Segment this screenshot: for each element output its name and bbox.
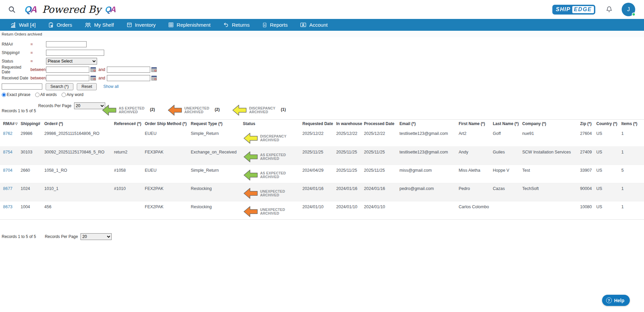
received-date-operator: between: [30, 76, 46, 80]
status-select[interactable]: Please Select: [46, 58, 97, 65]
cell-last-name: Guiles: [493, 146, 522, 165]
cell-rma: 8754: [0, 146, 21, 165]
user-avatar[interactable]: J: [622, 3, 635, 16]
column-header[interactable]: Email (*): [399, 120, 459, 128]
match-option-radio[interactable]: [62, 93, 66, 97]
table-body: 87622998629986_20251115164806_ROEUEUSimp…: [0, 128, 644, 219]
rma-link[interactable]: 8762: [3, 131, 13, 136]
nav-item-label: My Shelf: [94, 22, 114, 28]
cell-requested: 2024/04/29: [302, 165, 336, 183]
column-header[interactable]: Country (*): [596, 120, 621, 128]
rma-link[interactable]: 8754: [3, 150, 13, 154]
records-per-page-label-bottom: Records Per Page: [45, 234, 78, 239]
cell-processed: 2024/01/16: [364, 183, 399, 201]
requested-date-to-input[interactable]: [107, 67, 150, 73]
shipping-input[interactable]: [46, 50, 104, 56]
rma-operator: =: [30, 42, 46, 47]
calendar-icon[interactable]: [90, 75, 96, 81]
nav-item-replenishment[interactable]: Replenishment: [168, 22, 210, 28]
rma-link[interactable]: 8673: [3, 205, 13, 209]
column-header[interactable]: Shipping#: [21, 120, 44, 128]
received-date-from-input[interactable]: [46, 75, 89, 81]
column-header[interactable]: RMA#▽: [0, 120, 21, 128]
rma-link[interactable]: 8677: [3, 186, 13, 191]
cell-status: UNEXPECTEDARCHIVED: [243, 183, 302, 201]
nav-item-label: Orders: [56, 22, 72, 28]
column-header[interactable]: Status: [243, 120, 302, 128]
help-button[interactable]: ? Help: [602, 295, 630, 306]
question-mark-icon: ?: [606, 297, 612, 303]
notifications-bell-icon[interactable]: [605, 6, 613, 13]
requested-date-from-input[interactable]: [46, 67, 89, 73]
match-option-exact-phrase[interactable]: Exact phrase: [2, 92, 30, 97]
calendar-icon[interactable]: [151, 67, 157, 72]
cell-first-name: Andy: [459, 146, 493, 165]
requested-date-label: Requested Date: [2, 65, 30, 74]
status-arrow-as-expected: AS EXPECTEDARCHIVED: [101, 104, 144, 116]
nav-item-wall[interactable]: Wall [4]: [10, 22, 36, 28]
match-option-label: Exact phrase: [7, 92, 30, 97]
cell-order: 1010_1: [44, 183, 114, 201]
nav-item-my-shelf[interactable]: My Shelf: [85, 22, 114, 28]
document-icon: [262, 22, 267, 28]
column-header[interactable]: Order# (*): [44, 120, 114, 128]
records-per-page-select-bottom[interactable]: 20: [80, 233, 112, 240]
nav-item-account[interactable]: Account: [300, 22, 327, 28]
cell-processed: 2025/12/22: [364, 128, 399, 146]
column-header[interactable]: Reference# (*): [114, 120, 145, 128]
match-option-all-words[interactable]: All words: [35, 92, 57, 97]
match-option-radio[interactable]: [2, 93, 6, 97]
calendar-icon[interactable]: [90, 67, 96, 72]
nav-item-reports[interactable]: Reports: [262, 22, 288, 28]
column-header[interactable]: Processed Date: [364, 120, 399, 128]
column-header[interactable]: Request Type (*): [191, 120, 243, 128]
column-header[interactable]: Items (*): [621, 120, 644, 128]
match-option-any-word[interactable]: Any word: [62, 92, 84, 97]
people-icon: [85, 22, 91, 28]
powered-by-text: Powered By: [42, 4, 101, 15]
avatar-initial: J: [627, 6, 630, 13]
cell-items: 1: [621, 128, 644, 146]
search-button[interactable]: Search (*): [46, 83, 73, 90]
return-orders-table: RMA#▽Shipping#Order# (*)Reference# (*)Or…: [0, 119, 644, 220]
rma-link[interactable]: 8704: [3, 168, 13, 173]
status-legend: AS EXPECTEDARCHIVED(2)UNEXPECTEDARCHIVED…: [101, 103, 286, 116]
column-header[interactable]: In warehouse: [336, 120, 364, 128]
records-per-page-select[interactable]: 20: [74, 102, 105, 109]
legend-count: (2): [215, 103, 220, 112]
cell-rma: 8677: [0, 183, 21, 201]
cell-method: FEX2PAK: [145, 183, 191, 201]
help-button-label: Help: [614, 298, 624, 303]
keyword-search-input[interactable]: [2, 83, 42, 90]
cell-order: 30092_20251125170846_5_RO: [44, 146, 114, 165]
shipping-operator: =: [30, 50, 46, 55]
column-header[interactable]: Zip (*): [580, 120, 596, 128]
cell-zip: 27409: [580, 146, 596, 165]
table-row: 87622998629986_20251115164806_ROEUEUSimp…: [0, 128, 644, 146]
rma-label: RMA#: [2, 42, 30, 47]
nav-item-orders[interactable]: Orders: [48, 22, 72, 28]
cell-warehouse: 2025/11/25: [336, 165, 364, 183]
online-status-dot: [632, 13, 636, 16]
column-header[interactable]: Requested Date: [302, 120, 336, 128]
status-arrow-as-expected: AS EXPECTEDARCHIVED: [243, 169, 301, 181]
received-date-to-input[interactable]: [107, 75, 150, 81]
reset-button[interactable]: Reset: [77, 83, 97, 90]
cell-warehouse: 2025/11/25: [336, 146, 364, 165]
show-all-link[interactable]: Show all: [103, 84, 118, 89]
calendar-icon[interactable]: [151, 75, 157, 81]
column-header[interactable]: Order Ship Method (*): [145, 120, 191, 128]
column-header[interactable]: Last Name (*): [493, 120, 522, 128]
column-header[interactable]: First Name (*): [459, 120, 493, 128]
search-icon[interactable]: [8, 6, 16, 14]
requested-date-and: and: [98, 67, 105, 72]
cell-items: 5: [621, 165, 644, 183]
cell-zip: 10080: [580, 201, 596, 219]
nav-item-inventory[interactable]: Inventory: [127, 22, 156, 28]
cell-order: 29986_20251115164806_RO: [44, 128, 114, 146]
rma-input[interactable]: [46, 41, 87, 47]
match-option-radio[interactable]: [35, 93, 40, 97]
nav-item-returns[interactable]: Returns: [223, 22, 250, 28]
column-header[interactable]: Company (*): [522, 120, 580, 128]
cell-last-name: Hoppe V: [493, 165, 522, 183]
